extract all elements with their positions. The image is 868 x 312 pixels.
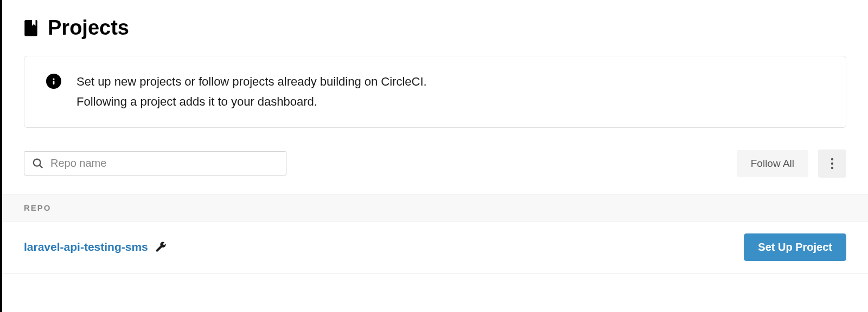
svg-point-3: [34, 159, 41, 166]
follow-all-button[interactable]: Follow All: [737, 150, 808, 177]
info-line-2: Following a project adds it to your dash…: [76, 92, 427, 112]
search-container[interactable]: [24, 151, 286, 176]
repo-link[interactable]: laravel-api-testing-sms: [24, 240, 148, 253]
toolbar-actions: Follow All: [737, 150, 846, 178]
svg-point-1: [53, 78, 54, 80]
svg-rect-2: [53, 81, 55, 84]
svg-point-7: [831, 167, 833, 169]
svg-point-6: [831, 162, 833, 165]
info-line-1: Set up new projects or follow projects a…: [76, 72, 427, 92]
info-icon: [46, 74, 61, 89]
repo-cell: laravel-api-testing-sms: [24, 240, 167, 253]
search-icon: [32, 158, 44, 170]
more-options-button[interactable]: [818, 150, 846, 178]
toolbar: Follow All: [24, 150, 846, 178]
page-title: Projects: [48, 16, 129, 40]
info-text: Set up new projects or follow projects a…: [76, 72, 427, 112]
page-header: Projects: [24, 16, 846, 40]
bookmark-icon: [24, 20, 38, 37]
wrench-icon[interactable]: [156, 242, 167, 252]
kebab-icon: [831, 157, 834, 170]
table-row: laravel-api-testing-sms Set Up Project: [2, 222, 868, 274]
svg-line-4: [40, 165, 42, 168]
set-up-project-button[interactable]: Set Up Project: [744, 233, 846, 261]
info-panel: Set up new projects or follow projects a…: [24, 56, 846, 128]
table-column-header-repo: REPO: [2, 194, 868, 222]
svg-point-5: [831, 158, 833, 160]
projects-table: REPO laravel-api-testing-sms Set Up Proj…: [2, 194, 868, 274]
repo-search-input[interactable]: [50, 157, 278, 170]
